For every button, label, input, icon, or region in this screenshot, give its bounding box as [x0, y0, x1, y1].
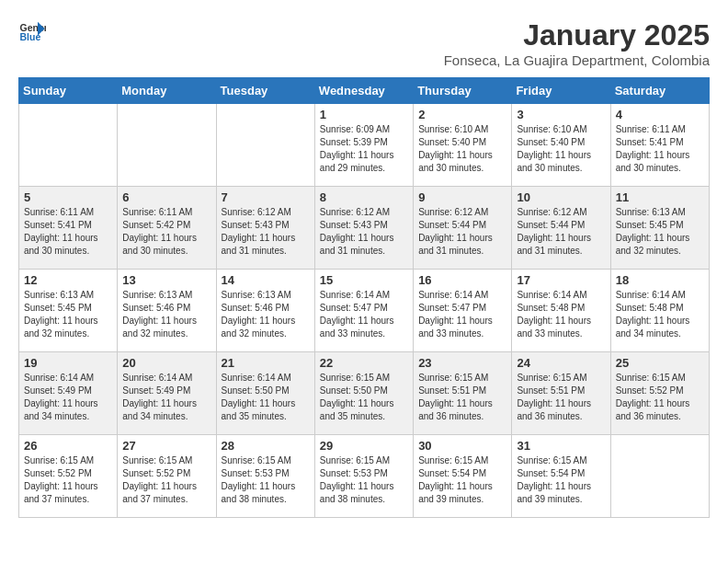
day-number: 22: [320, 356, 408, 370]
day-number: 15: [320, 273, 408, 287]
day-info: Sunrise: 6:15 AM Sunset: 5:54 PM Dayligh…: [418, 454, 506, 506]
day-number: 4: [616, 108, 704, 121]
calendar-cell: 7Sunrise: 6:12 AM Sunset: 5:43 PM Daylig…: [216, 187, 314, 270]
calendar-cell: 28Sunrise: 6:15 AM Sunset: 5:53 PM Dayli…: [216, 435, 314, 518]
day-number: 25: [616, 356, 704, 370]
calendar-week-row: 19Sunrise: 6:14 AM Sunset: 5:49 PM Dayli…: [19, 352, 710, 435]
day-info: Sunrise: 6:13 AM Sunset: 5:45 PM Dayligh…: [24, 289, 112, 340]
calendar-cell: 18Sunrise: 6:14 AM Sunset: 5:48 PM Dayli…: [610, 270, 709, 352]
day-info: Sunrise: 6:14 AM Sunset: 5:48 PM Dayligh…: [517, 289, 605, 340]
calendar-week-row: 1Sunrise: 6:09 AM Sunset: 5:39 PM Daylig…: [19, 104, 710, 187]
calendar-cell: 21Sunrise: 6:14 AM Sunset: 5:50 PM Dayli…: [216, 352, 314, 435]
day-number: 18: [616, 273, 704, 287]
calendar-table: SundayMondayTuesdayWednesdayThursdayFrid…: [18, 77, 710, 518]
svg-text:Blue: Blue: [20, 31, 41, 42]
day-info: Sunrise: 6:14 AM Sunset: 5:50 PM Dayligh…: [222, 372, 310, 423]
calendar-cell: 6Sunrise: 6:11 AM Sunset: 5:42 PM Daylig…: [118, 187, 216, 270]
calendar-week-row: 12Sunrise: 6:13 AM Sunset: 5:45 PM Dayli…: [19, 270, 710, 352]
day-number: 8: [320, 190, 408, 204]
calendar-cell: 29Sunrise: 6:15 AM Sunset: 5:53 PM Dayli…: [314, 435, 413, 518]
calendar-location: Fonseca, La Guajira Department, Colombia: [444, 52, 710, 68]
calendar-day-header: Tuesday: [216, 78, 314, 104]
day-info: Sunrise: 6:14 AM Sunset: 5:49 PM Dayligh…: [122, 372, 210, 423]
calendar-cell: 10Sunrise: 6:12 AM Sunset: 5:44 PM Dayli…: [512, 187, 610, 270]
day-info: Sunrise: 6:13 AM Sunset: 5:46 PM Dayligh…: [122, 289, 210, 340]
day-number: 24: [517, 356, 605, 370]
day-number: 11: [616, 190, 704, 204]
day-number: 1: [320, 108, 408, 121]
day-number: 12: [24, 273, 112, 287]
calendar-cell: 31Sunrise: 6:15 AM Sunset: 5:54 PM Dayli…: [512, 435, 610, 518]
calendar-cell: 8Sunrise: 6:12 AM Sunset: 5:43 PM Daylig…: [314, 187, 413, 270]
day-info: Sunrise: 6:10 AM Sunset: 5:40 PM Dayligh…: [517, 123, 605, 175]
day-number: 23: [418, 356, 506, 370]
calendar-cell: 4Sunrise: 6:11 AM Sunset: 5:41 PM Daylig…: [610, 104, 709, 187]
day-number: 29: [320, 439, 408, 453]
calendar-cell: 24Sunrise: 6:15 AM Sunset: 5:51 PM Dayli…: [512, 352, 610, 435]
day-number: 13: [122, 273, 210, 287]
day-info: Sunrise: 6:15 AM Sunset: 5:51 PM Dayligh…: [418, 372, 506, 423]
calendar-cell: 17Sunrise: 6:14 AM Sunset: 5:48 PM Dayli…: [512, 270, 610, 352]
calendar-cell: [118, 104, 216, 187]
day-info: Sunrise: 6:12 AM Sunset: 5:43 PM Dayligh…: [222, 206, 310, 258]
day-number: 20: [122, 356, 210, 370]
calendar-day-header: Thursday: [414, 78, 512, 104]
day-info: Sunrise: 6:11 AM Sunset: 5:41 PM Dayligh…: [24, 206, 112, 258]
logo-icon: General Blue: [18, 18, 46, 46]
day-number: 3: [517, 108, 605, 121]
day-number: 5: [24, 190, 112, 204]
day-number: 6: [122, 190, 210, 204]
day-info: Sunrise: 6:15 AM Sunset: 5:50 PM Dayligh…: [320, 372, 408, 423]
day-number: 19: [24, 356, 112, 370]
calendar-cell: 27Sunrise: 6:15 AM Sunset: 5:52 PM Dayli…: [118, 435, 216, 518]
calendar-header-row: SundayMondayTuesdayWednesdayThursdayFrid…: [19, 78, 710, 104]
calendar-week-row: 5Sunrise: 6:11 AM Sunset: 5:41 PM Daylig…: [19, 187, 710, 270]
calendar-cell: [216, 104, 314, 187]
day-info: Sunrise: 6:13 AM Sunset: 5:45 PM Dayligh…: [616, 206, 704, 258]
calendar-week-row: 26Sunrise: 6:15 AM Sunset: 5:52 PM Dayli…: [19, 435, 710, 518]
calendar-cell: [610, 435, 709, 518]
day-info: Sunrise: 6:09 AM Sunset: 5:39 PM Dayligh…: [320, 123, 408, 175]
day-info: Sunrise: 6:15 AM Sunset: 5:52 PM Dayligh…: [122, 454, 210, 506]
calendar-cell: 9Sunrise: 6:12 AM Sunset: 5:44 PM Daylig…: [414, 187, 512, 270]
day-number: 30: [418, 439, 506, 453]
day-info: Sunrise: 6:11 AM Sunset: 5:42 PM Dayligh…: [122, 206, 210, 258]
day-info: Sunrise: 6:14 AM Sunset: 5:47 PM Dayligh…: [320, 289, 408, 340]
day-number: 9: [418, 190, 506, 204]
day-number: 14: [222, 273, 310, 287]
day-number: 10: [517, 190, 605, 204]
day-info: Sunrise: 6:11 AM Sunset: 5:41 PM Dayligh…: [616, 123, 704, 175]
calendar-cell: 13Sunrise: 6:13 AM Sunset: 5:46 PM Dayli…: [118, 270, 216, 352]
calendar-cell: 16Sunrise: 6:14 AM Sunset: 5:47 PM Dayli…: [414, 270, 512, 352]
day-info: Sunrise: 6:13 AM Sunset: 5:46 PM Dayligh…: [222, 289, 310, 340]
logo: General Blue: [18, 18, 46, 46]
day-info: Sunrise: 6:15 AM Sunset: 5:52 PM Dayligh…: [24, 454, 112, 506]
calendar-title: January 2025: [444, 18, 710, 52]
calendar-cell: 20Sunrise: 6:14 AM Sunset: 5:49 PM Dayli…: [118, 352, 216, 435]
calendar-day-header: Wednesday: [314, 78, 413, 104]
day-info: Sunrise: 6:10 AM Sunset: 5:40 PM Dayligh…: [418, 123, 506, 175]
calendar-day-header: Saturday: [610, 78, 709, 104]
calendar-cell: 22Sunrise: 6:15 AM Sunset: 5:50 PM Dayli…: [314, 352, 413, 435]
day-number: 16: [418, 273, 506, 287]
calendar-cell: 19Sunrise: 6:14 AM Sunset: 5:49 PM Dayli…: [19, 352, 118, 435]
calendar-cell: 3Sunrise: 6:10 AM Sunset: 5:40 PM Daylig…: [512, 104, 610, 187]
calendar-cell: 14Sunrise: 6:13 AM Sunset: 5:46 PM Dayli…: [216, 270, 314, 352]
calendar-cell: 25Sunrise: 6:15 AM Sunset: 5:52 PM Dayli…: [610, 352, 709, 435]
day-number: 26: [24, 439, 112, 453]
day-number: 7: [222, 190, 310, 204]
day-info: Sunrise: 6:14 AM Sunset: 5:49 PM Dayligh…: [24, 372, 112, 423]
day-info: Sunrise: 6:14 AM Sunset: 5:47 PM Dayligh…: [418, 289, 506, 340]
day-info: Sunrise: 6:12 AM Sunset: 5:44 PM Dayligh…: [517, 206, 605, 258]
day-info: Sunrise: 6:15 AM Sunset: 5:54 PM Dayligh…: [517, 454, 605, 506]
calendar-cell: 5Sunrise: 6:11 AM Sunset: 5:41 PM Daylig…: [19, 187, 118, 270]
calendar-cell: 1Sunrise: 6:09 AM Sunset: 5:39 PM Daylig…: [314, 104, 413, 187]
day-number: 21: [222, 356, 310, 370]
calendar-cell: 2Sunrise: 6:10 AM Sunset: 5:40 PM Daylig…: [414, 104, 512, 187]
calendar-day-header: Sunday: [19, 78, 118, 104]
calendar-cell: 30Sunrise: 6:15 AM Sunset: 5:54 PM Dayli…: [414, 435, 512, 518]
day-number: 28: [222, 439, 310, 453]
day-info: Sunrise: 6:15 AM Sunset: 5:53 PM Dayligh…: [320, 454, 408, 506]
calendar-day-header: Friday: [512, 78, 610, 104]
day-info: Sunrise: 6:15 AM Sunset: 5:53 PM Dayligh…: [222, 454, 310, 506]
